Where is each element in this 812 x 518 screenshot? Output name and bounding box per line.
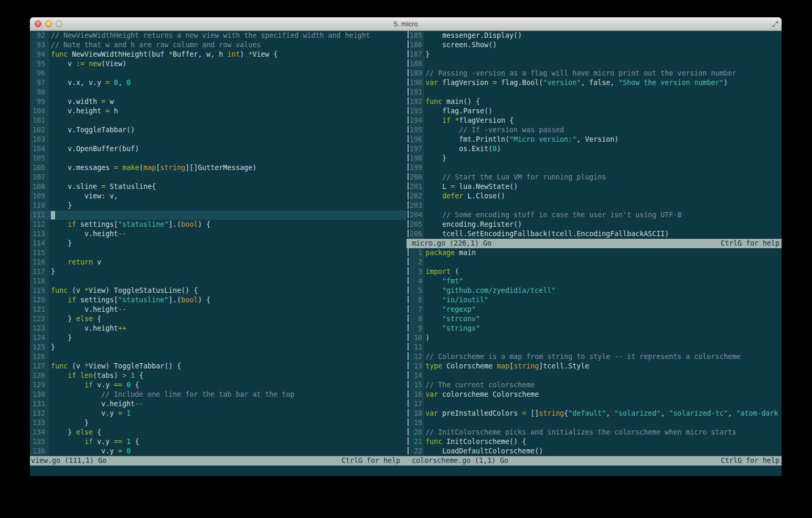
code-line[interactable]: 115 (30, 248, 407, 258)
titlebar[interactable]: 5. micro ⤢ (30, 17, 782, 31)
code-line[interactable]: 200 // Start the Lua VM for running plug… (407, 173, 782, 182)
code-text: v.height-- (49, 305, 407, 314)
code-line[interactable]: 109 view: v, (30, 192, 407, 201)
code-line[interactable]: 94func NewViewWidthHeight(buf *Buffer, w… (30, 50, 407, 59)
code-line[interactable]: 191 (407, 88, 782, 97)
code-line[interactable]: 1package main (407, 248, 782, 258)
code-line[interactable]: 102 v.ToggleTabbar() (30, 125, 407, 135)
code-line[interactable]: 118 (30, 277, 407, 286)
code-line[interactable]: 116 return v (30, 258, 407, 267)
code-line[interactable]: 114 } (30, 239, 407, 248)
code-line[interactable]: 193 flag.Parse() (407, 107, 782, 116)
code-line[interactable]: 105 (30, 154, 407, 163)
code-line[interactable]: 95 v := new(View) (30, 59, 407, 69)
code-line[interactable]: 111 (30, 210, 407, 220)
code-line[interactable]: 130 // Include one line for the tab bar … (30, 390, 407, 399)
code-line[interactable]: 14 (407, 371, 782, 380)
code-line[interactable]: 104 v.OpenBuffer(buf) (30, 144, 407, 154)
code-line[interactable]: 4 "fmt" (407, 277, 782, 286)
code-line[interactable]: 124 } (30, 333, 407, 343)
code-line[interactable]: 201 L = lua.NewState() (407, 182, 782, 192)
code-line[interactable]: 203 (407, 201, 782, 210)
minimize-button[interactable] (45, 20, 52, 27)
code-line[interactable]: 108 v.sline = Statusline{ (30, 182, 407, 192)
code-line[interactable]: 15// The current colorscheme (407, 380, 782, 390)
resize-icon[interactable]: ⤢ (772, 19, 778, 29)
editor-pane-micro-go[interactable]: 185 messenger.Display()186 screen.Show()… (407, 31, 782, 239)
code-line[interactable]: 6 "io/ioutil" (407, 295, 782, 305)
code-line[interactable]: 134 } else { (30, 428, 407, 437)
code-line[interactable]: 136 v.y = 0 (30, 447, 407, 456)
close-button[interactable] (35, 20, 41, 27)
code-line[interactable]: 197 os.Exit(0) (407, 144, 782, 154)
code-line[interactable]: 13type Colorscheme map[string]tcell.Styl… (407, 362, 782, 371)
code-line[interactable]: 195 // If -version was passed (407, 125, 782, 135)
code-line[interactable]: 96 (30, 69, 407, 78)
code-line[interactable]: 192func main() { (407, 97, 782, 107)
code-line[interactable]: 127func (v *View) ToggleTabbar() { (30, 362, 407, 371)
code-line[interactable]: 7 "regexp" (407, 305, 782, 314)
code-line[interactable]: 107 (30, 173, 407, 182)
code-line[interactable]: 93// Note that w and h are raw column an… (30, 40, 407, 50)
code-line[interactable]: 204 // Some encoding stuff in case the u… (407, 210, 782, 220)
code-line[interactable]: 194 if *flagVersion { (407, 116, 782, 125)
code-line[interactable]: 21func InitColorscheme() { (407, 437, 782, 447)
code-line[interactable]: 3import ( (407, 267, 782, 277)
code-line[interactable]: 126 (30, 352, 407, 362)
code-line[interactable]: 135 if v.y == 1 { (30, 437, 407, 447)
code-line[interactable]: 199 (407, 163, 782, 173)
code-line[interactable]: 186 screen.Show() (407, 40, 782, 50)
code-line[interactable]: 92// NewViewWidthHeight returns a new vi… (30, 31, 407, 40)
code-line[interactable]: 133 } (30, 418, 407, 428)
code-line[interactable]: 99 v.width = w (30, 97, 407, 107)
code-line[interactable]: 110 } (30, 201, 407, 210)
code-line[interactable]: 17 (407, 399, 782, 409)
code-line[interactable]: 121 v.height-- (30, 305, 407, 314)
maximize-button[interactable] (56, 20, 62, 27)
code-line[interactable]: 190var flagVersion = flag.Bool("version"… (407, 78, 782, 88)
code-line[interactable]: 112 if settings["statusline"].(bool) { (30, 220, 407, 229)
code-line[interactable]: 113 v.height-- (30, 229, 407, 239)
code-line[interactable]: 8 "strconv" (407, 314, 782, 324)
code-line[interactable]: 189// Passing -version as a flag will ha… (407, 69, 782, 78)
code-text: if v.y == 0 { (49, 380, 407, 390)
code-line[interactable]: 11 (407, 343, 782, 352)
code-line[interactable]: 196 fmt.Println("Micro version:", Versio… (407, 135, 782, 144)
code-line[interactable]: 120 if settings["statusline"].(bool) { (30, 295, 407, 305)
code-line[interactable]: 12// Colorscheme is a map from string to… (407, 352, 782, 362)
code-line[interactable]: 198 } (407, 154, 782, 163)
code-line[interactable]: 10) (407, 333, 782, 343)
code-line[interactable]: 22 LoadDefaultColorscheme() (407, 447, 782, 456)
code-line[interactable]: 202 defer L.Close() (407, 192, 782, 201)
code-line[interactable]: 206 tcell.SetEncodingFallback(tcell.Enco… (407, 229, 782, 239)
code-line[interactable]: 205 encoding.Register() (407, 220, 782, 229)
code-line[interactable]: 98 (30, 88, 407, 97)
code-line[interactable]: 125} (30, 343, 407, 352)
code-line[interactable]: 97 v.x, v.y = 0, 0 (30, 78, 407, 88)
code-line[interactable]: 5 "github.com/zyedidia/tcell" (407, 286, 782, 295)
editor-pane-view-go[interactable]: 92// NewViewWidthHeight returns a new vi… (30, 31, 407, 456)
code-text: fmt.Println("Micro version:", Version) (424, 135, 782, 144)
code-line[interactable]: 106 v.messages = make(map[string][]Gutte… (30, 163, 407, 173)
code-line[interactable]: 123 v.height++ (30, 324, 407, 333)
code-line[interactable]: 101 (30, 116, 407, 125)
code-line[interactable]: 188 (407, 59, 782, 69)
code-line[interactable]: 18var preInstalledColors = []string{"def… (407, 409, 782, 418)
code-line[interactable]: 132 v.y = 1 (30, 409, 407, 418)
code-line[interactable]: 103 (30, 135, 407, 144)
code-line[interactable]: 117} (30, 267, 407, 277)
code-line[interactable]: 9 "strings" (407, 324, 782, 333)
code-line[interactable]: 16var colorscheme Colorscheme (407, 390, 782, 399)
code-line[interactable]: 122 } else { (30, 314, 407, 324)
code-line[interactable]: 100 v.height = h (30, 107, 407, 116)
code-line[interactable]: 2 (407, 258, 782, 267)
code-line[interactable]: 187} (407, 50, 782, 59)
code-line[interactable]: 20// InitColorscheme picks and initializ… (407, 428, 782, 437)
code-line[interactable]: 129 if v.y == 0 { (30, 380, 407, 390)
code-line[interactable]: 19 (407, 418, 782, 428)
editor-pane-colorscheme-go[interactable]: 1package main23import (4 "fmt"5 "github.… (407, 248, 782, 456)
code-line[interactable]: 131 v.height-- (30, 399, 407, 409)
code-line[interactable]: 128 if len(tabs) > 1 { (30, 371, 407, 380)
code-line[interactable]: 185 messenger.Display() (407, 31, 782, 40)
code-line[interactable]: 119func (v *View) ToggleStatusLine() { (30, 286, 407, 295)
